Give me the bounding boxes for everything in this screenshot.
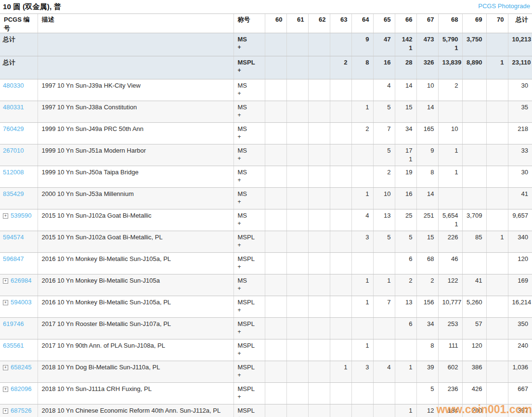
designation-label: MSPL (238, 233, 261, 242)
grade-count-cell (265, 318, 286, 339)
pcgs-number-link[interactable]: 619746 (3, 320, 24, 327)
grade-count-cell (486, 318, 508, 339)
row-total-cell: 30 (508, 79, 532, 101)
expand-icon[interactable]: + (3, 213, 8, 219)
grade-count-cell (308, 296, 330, 318)
grade-count-cell (286, 79, 308, 101)
grade-count-cell (486, 253, 508, 274)
designation-cell: MSPL+ (234, 383, 265, 404)
pcgs-number-link[interactable]: 594574 (3, 234, 24, 241)
col-header-designation: 称号 (234, 14, 265, 33)
table-row: 5968472016 10 Yn Monkey Bi-Metallic Sun-… (0, 253, 532, 274)
grade-count-cell: 1 (351, 274, 373, 296)
col-header-grade: 64 (351, 14, 373, 33)
grade-count-cell (351, 253, 373, 274)
page-title: 10 圆 (双金属), 普 (3, 2, 61, 12)
grade-count-cell (308, 339, 330, 361)
grade-count-cell (438, 101, 462, 123)
grade-count-cell: 41 (462, 274, 486, 296)
grade-count-cell (308, 144, 330, 166)
pcgs-number-link[interactable]: 760429 (3, 125, 24, 132)
grade-count-cell (308, 33, 330, 56)
grade-count-cell: 1 (395, 361, 416, 383)
total-row: 总计MSPL+28162832613,8398,890123,110 (0, 56, 532, 79)
grade-count-cell (486, 188, 508, 209)
col-header-grade: 61 (286, 14, 308, 33)
grade-count-cell (486, 404, 508, 417)
grade-count-cell (438, 188, 462, 209)
grade-count-cell (286, 318, 308, 339)
grade-count-cell: 165 (416, 123, 438, 144)
pcgs-number-cell: 总计 (0, 33, 38, 56)
row-total-cell: 340 (508, 231, 532, 253)
grade-count-cell (462, 144, 486, 166)
grade-count-cell (486, 101, 508, 123)
grade-count-cell: 200 (462, 404, 486, 417)
grade-count-cell: 14 (416, 101, 438, 123)
designation-label: MSPL (238, 406, 261, 415)
grade-count-cell (486, 383, 508, 404)
grade-count-cell: 3,750 (462, 33, 486, 56)
designation-plus-label: + (238, 393, 261, 401)
pcgs-number-link[interactable]: 626984 (11, 277, 31, 284)
grade-count-cell: 39 (416, 361, 438, 383)
grade-count-cell (265, 33, 286, 56)
grade-count-cell: 3,709 (462, 209, 486, 231)
pcgs-number-cell: 619746 (0, 318, 38, 339)
expand-icon[interactable]: + (3, 278, 8, 284)
grade-count-cell: 7 (373, 296, 395, 318)
total-label: 总计 (3, 59, 15, 66)
expand-icon[interactable]: + (3, 365, 8, 370)
grade-count-cell: 426 (462, 383, 486, 404)
pcgs-number-cell: +594003 (0, 296, 38, 318)
grade-count-cell (351, 79, 373, 101)
grade-count-cell: 1 (486, 56, 508, 79)
table-row: +6875262018 10 Yn Chinese Economic Refor… (0, 404, 532, 417)
grade-count-cell: 34 (416, 318, 438, 339)
grade-count-cell (486, 144, 508, 166)
grade-count-cell (265, 79, 286, 101)
row-total-cell: 240 (508, 339, 532, 361)
pcgs-number-link[interactable]: 635561 (3, 342, 24, 349)
pcgs-number-link[interactable]: 539590 (11, 212, 31, 219)
pcgs-number-link[interactable]: 267010 (3, 147, 24, 154)
pcgs-number-link[interactable]: 682096 (11, 385, 31, 392)
designation-cell: MSPL+ (234, 56, 265, 79)
grade-count-cell: 14 (416, 188, 438, 209)
pcgs-number-link[interactable]: 594003 (11, 299, 31, 306)
pcgs-number-link[interactable]: 687526 (11, 407, 31, 414)
photograde-link[interactable]: PCGS Photograde (478, 2, 530, 10)
grade-count-cell (308, 231, 330, 253)
grade-count-cell (351, 404, 373, 417)
table-row: 5945742015 10 Yn Sun-J102a Goat Bi-Metal… (0, 231, 532, 253)
grade-count-cell (486, 274, 508, 296)
description-cell: 2016 10 Yn Monkey Bi-Metallic Sun-J105a (38, 274, 234, 296)
col-header-grade: 60 (265, 14, 286, 33)
designation-plus-label: + (238, 90, 261, 97)
description-cell: 2017 10 Yn Rooster Bi-Metallic Sun-J107a… (38, 318, 234, 339)
expand-icon[interactable]: + (3, 408, 8, 414)
grade-count-cell: 1 (330, 361, 351, 383)
row-total-cell: 218 (508, 123, 532, 144)
population-table: PCGS 编号 描述 称号 6061626364656667686970总计 总… (0, 13, 532, 417)
grade-count-cell (308, 361, 330, 383)
grade-count-cell: 46 (438, 253, 462, 274)
pcgs-number-link[interactable]: 512008 (3, 169, 24, 176)
pcgs-number-link[interactable]: 596847 (3, 255, 24, 262)
grade-count-cell (286, 56, 308, 79)
grade-count-cell (265, 144, 286, 166)
expand-icon[interactable]: + (3, 300, 8, 305)
expand-icon[interactable]: + (3, 387, 8, 392)
pcgs-number-link[interactable]: 480331 (3, 104, 24, 111)
grade-count-cell (486, 361, 508, 383)
grade-count-cell: 10 (373, 188, 395, 209)
pcgs-number-link[interactable]: 835429 (3, 190, 24, 197)
description-cell: 1999 10 Yn Sun-J49a PRC 50th Ann (38, 123, 234, 144)
row-total-cell: 1,036 (508, 361, 532, 383)
pcgs-number-link[interactable]: 658245 (11, 364, 31, 371)
grade-count-cell (286, 123, 308, 144)
row-total-cell: 169 (508, 274, 532, 296)
grade-count-cell (286, 274, 308, 296)
pcgs-number-link[interactable]: 480330 (3, 82, 24, 89)
grade-count-cell (265, 209, 286, 231)
